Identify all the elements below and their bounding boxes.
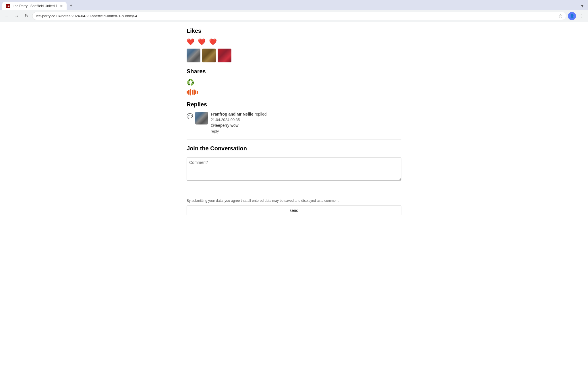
url-display: lee-perry.co.uk/notes/2024-04-20-sheffie…: [36, 14, 556, 18]
menu-button[interactable]: ⋮: [577, 12, 585, 20]
reply-left: 💬: [187, 112, 208, 133]
join-title: Join the Conversation: [187, 145, 401, 152]
reply-author: Franfrog and Mr Nellie replied: [211, 112, 401, 116]
section-divider: [187, 139, 401, 139]
like-avatar-2[interactable]: [202, 49, 216, 62]
reply-date: 21.04.2024 09:35: [211, 118, 401, 122]
privacy-notice: By submitting your data, you agree that …: [187, 199, 401, 203]
heart-icon-3: ❤️: [209, 38, 217, 46]
tab-dropdown-button[interactable]: ▾: [579, 2, 586, 10]
back-button[interactable]: ←: [3, 12, 11, 20]
likes-hearts: ❤️ ❤️ ❤️: [187, 38, 401, 46]
likes-avatars: [187, 49, 401, 62]
reply-link[interactable]: reply: [211, 129, 219, 133]
replies-title: Replies: [187, 101, 401, 108]
like-avatar-3[interactable]: [218, 49, 231, 62]
reply-item: 💬 Franfrog and Mr Nellie replied 21.04.2…: [187, 112, 401, 133]
reply-content: Franfrog and Mr Nellie replied 21.04.202…: [211, 112, 401, 133]
shares-title: Shares: [187, 68, 401, 75]
comment-textarea[interactable]: [187, 158, 401, 181]
refresh-button[interactable]: ↻: [22, 12, 30, 20]
tab-close-button[interactable]: ✕: [60, 4, 63, 8]
recycle-icon: ♻️: [187, 79, 194, 86]
nav-bar: ← → ↻ lee-perry.co.uk/notes/2024-04-20-s…: [0, 10, 588, 22]
sound-bar-3: [190, 89, 191, 95]
bookmark-icon[interactable]: ☆: [558, 13, 562, 19]
replies-section: Replies 💬 Franfrog and Mr Nellie replied…: [187, 101, 401, 133]
sound-bar-2: [188, 90, 189, 95]
likes-section: Likes ❤️ ❤️ ❤️: [187, 28, 401, 62]
browser-chrome: Lc Lee Perry | Sheffield United 1 ✕ + ▾ …: [0, 0, 588, 22]
active-tab[interactable]: Lc Lee Perry | Sheffield United 1 ✕: [2, 2, 67, 10]
page-content: Likes ❤️ ❤️ ❤️ Shares ♻️: [182, 22, 406, 221]
address-bar[interactable]: lee-perry.co.uk/notes/2024-04-20-sheffie…: [32, 12, 566, 20]
like-avatar-1[interactable]: [187, 49, 200, 62]
heart-icon-1: ❤️: [187, 38, 194, 46]
join-section: Join the Conversation By submitting your…: [187, 145, 401, 215]
nav-right-buttons: 👤 ⋮: [568, 12, 585, 20]
tab-title: Lee Perry | Sheffield United 1: [13, 4, 57, 8]
tab-bar: Lc Lee Perry | Sheffield United 1 ✕ + ▾: [0, 0, 588, 10]
sound-bar-7: [197, 91, 198, 94]
recycle-share-icon: ♻️: [187, 79, 401, 86]
sound-bar-4: [192, 90, 193, 95]
forward-button[interactable]: →: [13, 12, 21, 20]
reply-text: @leeperry wow: [211, 123, 401, 128]
reply-bubble-icon: 💬: [187, 113, 193, 119]
likes-title: Likes: [187, 28, 401, 34]
new-tab-button[interactable]: +: [67, 2, 75, 10]
shares-section: Shares ♻️: [187, 68, 401, 95]
soundcloud-share-icon: [187, 89, 401, 95]
address-bar-icons: ☆: [558, 13, 562, 19]
tab-favicon: Lc: [6, 4, 10, 8]
heart-icon-2: ❤️: [198, 38, 206, 46]
send-button[interactable]: send: [187, 206, 401, 215]
user-account-icon[interactable]: 👤: [568, 12, 576, 20]
reply-avatar[interactable]: [195, 112, 208, 124]
sound-bar-6: [195, 90, 196, 94]
sound-bar-1: [187, 91, 188, 94]
sound-bar-5: [194, 89, 195, 95]
